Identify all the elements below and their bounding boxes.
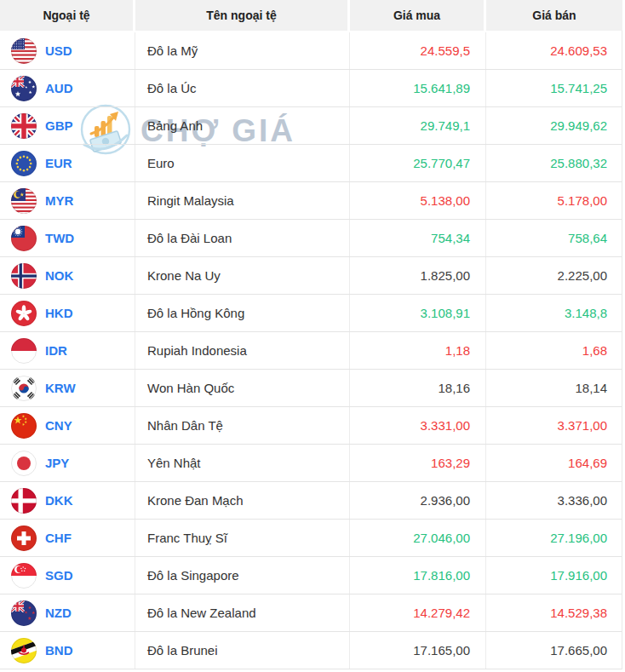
currency-code-link[interactable]: DKK — [45, 493, 73, 508]
currency-name: Won Hàn Quốc — [135, 370, 350, 406]
table-row: JPY Yên Nhật 163,29 164,69 — [0, 445, 622, 482]
table-row: CHF Franc Thuỵ Sĩ 27.046,00 27.196,00 — [0, 520, 622, 557]
currency-code-link[interactable]: MYR — [45, 193, 73, 208]
currency-cell: HKD — [0, 295, 135, 331]
sell-price: 17.665,00 — [486, 632, 622, 669]
sell-price: 758,64 — [486, 220, 622, 256]
currency-cell: JPY — [0, 445, 135, 481]
currency-code-link[interactable]: BND — [45, 643, 73, 658]
currency-cell: AUD — [0, 70, 135, 106]
sell-price: 15.741,25 — [486, 70, 622, 106]
currency-cell: GBP — [0, 107, 135, 144]
nzd-flag-icon — [11, 600, 37, 626]
sell-price: 14.529,38 — [486, 594, 622, 631]
chf-flag-icon — [11, 526, 37, 551]
currency-code-link[interactable]: CHF — [45, 531, 72, 545]
currency-code-link[interactable]: CNY — [45, 418, 72, 433]
buy-price: 14.279,42 — [350, 594, 486, 631]
exchange-rate-table: Ngoại tệ Tên ngoại tệ Giá mua Giá bán CH… — [0, 0, 622, 669]
eur-flag-icon — [11, 151, 37, 176]
currency-cell: SGD — [0, 557, 135, 594]
cny-flag-icon — [11, 413, 37, 439]
currency-name: Krone Na Uy — [135, 257, 350, 294]
currency-cell: NZD — [0, 594, 135, 631]
currency-code-link[interactable]: AUD — [45, 81, 73, 95]
myr-flag-icon — [11, 188, 37, 214]
dkk-flag-icon — [11, 488, 37, 514]
currency-code-link[interactable]: NOK — [45, 268, 73, 283]
currency-code-link[interactable]: EUR — [45, 156, 72, 170]
table-row: KRW Won Hàn Quốc 18,16 18,14 — [0, 370, 622, 407]
table-row: NOK Krone Na Uy 1.825,00 2.225,00 — [0, 257, 622, 295]
buy-price: 17.816,00 — [350, 557, 486, 594]
sell-price: 25.880,32 — [486, 145, 622, 181]
sell-price: 3.371,00 — [486, 407, 622, 444]
currency-cell: KRW — [0, 370, 135, 406]
currency-code-link[interactable]: KRW — [45, 381, 76, 395]
bnd-flag-icon — [11, 638, 37, 663]
currency-code-link[interactable]: HKD — [45, 306, 73, 320]
sell-price: 1,68 — [486, 332, 622, 369]
buy-price: 24.559,5 — [350, 32, 486, 69]
currency-name: Đô la New Zealand — [135, 594, 350, 631]
table-row: DKK Krone Đan Mạch 2.936,00 3.336,00 — [0, 482, 622, 520]
currency-name: Nhân Dân Tệ — [135, 407, 350, 444]
currency-cell: IDR — [0, 332, 135, 369]
buy-price: 18,16 — [350, 370, 486, 406]
currency-cell: TWD — [0, 220, 135, 256]
sell-price: 3.148,8 — [486, 295, 622, 331]
header-currency-name: Tên ngoại tệ — [135, 0, 350, 31]
currency-name: Ringit Malaysia — [135, 182, 350, 219]
buy-price: 29.749,1 — [350, 107, 486, 144]
currency-code-link[interactable]: TWD — [45, 231, 74, 245]
table-row: EUR Euro 25.770,47 25.880,32 — [0, 145, 622, 182]
table-row: SGD Đô la Singapore 17.816,00 17.916,00 — [0, 557, 622, 594]
sell-price: 29.949,62 — [486, 107, 622, 144]
buy-price: 3.108,91 — [350, 295, 486, 331]
table-row: MYR Ringit Malaysia 5.138,00 5.178,00 — [0, 182, 622, 220]
currency-name: Yên Nhật — [135, 445, 350, 481]
sell-price: 2.225,00 — [486, 257, 622, 294]
sell-price: 164,69 — [486, 445, 622, 481]
currency-code-link[interactable]: USD — [45, 43, 72, 58]
currency-cell: DKK — [0, 482, 135, 519]
currency-code-link[interactable]: IDR — [45, 343, 67, 358]
table-row: CNY Nhân Dân Tệ 3.331,00 3.371,00 — [0, 407, 622, 445]
currency-name: Krone Đan Mạch — [135, 482, 350, 519]
currency-code-link[interactable]: NZD — [45, 606, 72, 620]
currency-name: Đô la Đài Loan — [135, 220, 350, 256]
currency-cell: USD — [0, 32, 135, 69]
usd-flag-icon — [11, 38, 37, 64]
currency-code-link[interactable]: SGD — [45, 568, 73, 583]
currency-name: Bảng Anh — [135, 107, 350, 144]
header-sell-price: Giá bán — [486, 0, 622, 31]
table-row: HKD Đô la Hồng Kông 3.108,91 3.148,8 — [0, 295, 622, 332]
table-row: BND Đô la Brunei 17.165,00 17.665,00 — [0, 632, 622, 669]
nok-flag-icon — [11, 263, 37, 289]
currency-name: Đô la Hồng Kông — [135, 295, 350, 331]
currency-cell: CHF — [0, 520, 135, 556]
buy-price: 17.165,00 — [350, 632, 486, 669]
buy-price: 5.138,00 — [350, 182, 486, 219]
table-row: USD Đô la Mỹ 24.559,5 24.609,53 — [0, 32, 622, 70]
table-body: USD Đô la Mỹ 24.559,5 24.609,53 AUD Đô l… — [0, 32, 622, 669]
sell-price: 24.609,53 — [486, 32, 622, 69]
header-buy-price: Giá mua — [350, 0, 486, 31]
currency-code-link[interactable]: GBP — [45, 118, 73, 133]
table-row: IDR Rupiah Indonesia 1,18 1,68 — [0, 332, 622, 370]
currency-cell: NOK — [0, 257, 135, 294]
currency-cell: CNY — [0, 407, 135, 444]
currency-name: Đô la Brunei — [135, 632, 350, 669]
currency-name: Franc Thuỵ Sĩ — [135, 520, 350, 556]
buy-price: 1.825,00 — [350, 257, 486, 294]
twd-flag-icon — [11, 226, 37, 251]
gbp-flag-icon — [11, 113, 37, 139]
jpy-flag-icon — [11, 451, 37, 476]
buy-price: 15.641,89 — [350, 70, 486, 106]
currency-name: Đô la Úc — [135, 70, 350, 106]
table-row: GBP Bảng Anh 29.749,1 29.949,62 — [0, 107, 622, 145]
buy-price: 1,18 — [350, 332, 486, 369]
currency-code-link[interactable]: JPY — [45, 456, 69, 470]
currency-name: Euro — [135, 145, 350, 181]
buy-price: 3.331,00 — [350, 407, 486, 444]
